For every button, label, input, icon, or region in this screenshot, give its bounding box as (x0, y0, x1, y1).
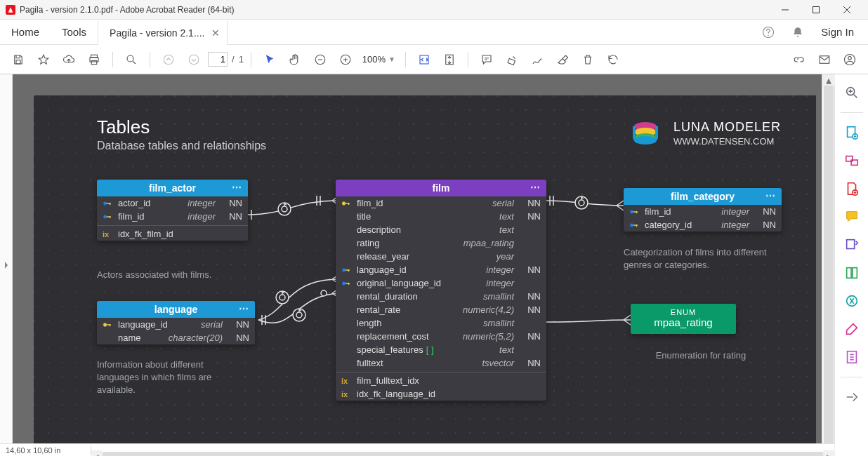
scroll-thumb[interactable] (824, 86, 834, 445)
find-icon[interactable] (120, 48, 143, 71)
sign-tool-icon[interactable] (841, 318, 863, 340)
column-type: year (497, 251, 518, 262)
column-row: rental_ratenumeric(4,2)NN (336, 303, 546, 316)
account-icon[interactable] (839, 48, 861, 71)
selection-tool-icon[interactable] (258, 48, 281, 71)
page-input[interactable] (208, 52, 228, 67)
svg-point-32 (276, 291, 289, 304)
help-icon[interactable] (762, 26, 775, 39)
fill-sign-icon[interactable] (841, 234, 863, 256)
combine-icon[interactable] (841, 149, 863, 172)
document-area[interactable]: Tables Database tables and relationships… (13, 74, 822, 456)
star-icon[interactable] (32, 48, 55, 71)
zoom-in-icon[interactable] (334, 48, 357, 71)
scroll-thumb[interactable] (103, 452, 823, 457)
svg-rect-48 (110, 216, 110, 218)
brand-name: LUNA MODELER (673, 120, 781, 135)
tools-tab[interactable]: Tools (62, 26, 86, 38)
table-menu-icon[interactable]: ⋯ (239, 303, 249, 314)
svg-point-64 (630, 223, 633, 227)
column-name: fulltext (357, 358, 478, 368)
not-null-flag: NN (522, 304, 541, 315)
status-bar: 14,60 x 10,60 in ◂ ▸ (0, 443, 834, 456)
not-null-flag: NN (224, 211, 242, 222)
erase-icon[interactable] (551, 48, 574, 71)
search-tool-icon[interactable] (841, 81, 863, 104)
comment-tool-icon[interactable] (841, 206, 863, 228)
hand-tool-icon[interactable] (284, 48, 306, 71)
column-name: language_id (118, 319, 197, 330)
foreign-key-icon (341, 267, 353, 274)
column-row: actor_idintegerNN (97, 196, 248, 210)
print-icon[interactable] (83, 48, 105, 71)
maximize-button[interactable] (801, 0, 831, 20)
sign-in-button[interactable]: Sign In (821, 26, 854, 38)
column-name: replacement_cost (357, 331, 459, 342)
scroll-right-icon[interactable]: ▸ (823, 450, 834, 457)
table-menu-icon[interactable]: ⋯ (530, 182, 541, 193)
document-tab[interactable]: Pagila - version 2.1.... ✕ (98, 20, 228, 45)
export-icon[interactable] (841, 346, 863, 368)
index-icon: ix (341, 390, 353, 398)
column-row: original_language_idinteger (336, 276, 546, 290)
close-button[interactable] (831, 0, 862, 20)
zoom-value: 100% (362, 54, 386, 65)
pdf-page: Tables Database tables and relationships… (34, 95, 816, 456)
svg-rect-57 (348, 269, 349, 271)
collapse-rightpanel-icon[interactable] (841, 386, 863, 408)
email-icon[interactable] (813, 48, 836, 71)
page-up-icon[interactable] (157, 48, 180, 71)
link-icon[interactable] (788, 48, 810, 71)
left-pane-toggle[interactable] (0, 74, 13, 456)
column-name: title (357, 211, 495, 222)
fit-page-icon[interactable] (438, 48, 461, 71)
svg-point-2 (768, 34, 770, 36)
foreign-key-icon (103, 213, 114, 220)
page-down-icon[interactable] (183, 48, 205, 71)
column-name: film_id (118, 211, 183, 222)
table-menu-icon[interactable]: ⋯ (765, 190, 776, 201)
page-indicator: / 1 (208, 52, 244, 67)
cloud-upload-icon[interactable] (58, 48, 80, 71)
table-film-category: film_category⋯ film_idintegerNNcategory_… (624, 188, 782, 232)
compress-icon[interactable] (841, 290, 863, 312)
home-tab[interactable]: Home (11, 26, 39, 38)
svg-point-20 (634, 136, 657, 145)
zoom-out-icon[interactable] (309, 48, 331, 71)
diagram-header: Tables Database tables and relationships (97, 116, 266, 152)
column-type: serial (492, 198, 518, 208)
svg-rect-54 (348, 203, 349, 205)
undo-icon[interactable] (602, 48, 624, 71)
not-null-flag: NN (522, 211, 541, 222)
column-row: namecharacter(20)NN (97, 331, 255, 344)
index-name: idx_fk_film_id (118, 229, 242, 239)
svg-point-33 (293, 309, 305, 321)
save-icon[interactable] (7, 48, 29, 71)
organize-icon[interactable] (841, 262, 863, 284)
column-row: rental_durationsmallintNN (336, 290, 546, 303)
vertical-scrollbar[interactable]: ▴ ▾ (822, 74, 834, 456)
scroll-up-icon[interactable]: ▴ (822, 74, 835, 86)
column-type: numeric(5,2) (463, 331, 518, 342)
column-row: descriptiontext (336, 223, 546, 236)
table-film: film⋯ film_idserialNNtitletextNNdescript… (336, 180, 546, 401)
delete-icon[interactable] (577, 48, 599, 71)
fit-width-icon[interactable] (413, 48, 435, 71)
zoom-dropdown[interactable]: 100% ▼ (360, 54, 398, 65)
not-null-flag: NN (224, 198, 242, 208)
table-language: language⋯ language_idserialNNnamecharact… (97, 301, 255, 344)
table-film-actor: film_actor⋯ actor_idintegerNNfilm_idinte… (97, 180, 248, 241)
table-menu-icon[interactable]: ⋯ (232, 182, 242, 193)
edit-pdf-icon[interactable] (841, 177, 863, 200)
draw-icon[interactable] (526, 48, 548, 71)
highlight-icon[interactable] (501, 48, 523, 71)
svg-point-40 (321, 290, 327, 296)
svg-rect-14 (820, 55, 829, 63)
notifications-icon[interactable] (791, 26, 804, 39)
scroll-left-icon[interactable]: ◂ (91, 450, 103, 457)
primary-key-icon (103, 321, 114, 328)
create-pdf-icon[interactable] (841, 121, 863, 144)
document-tab-close-icon[interactable]: ✕ (211, 27, 220, 39)
comment-icon[interactable] (475, 48, 498, 71)
minimize-button[interactable] (770, 0, 801, 20)
